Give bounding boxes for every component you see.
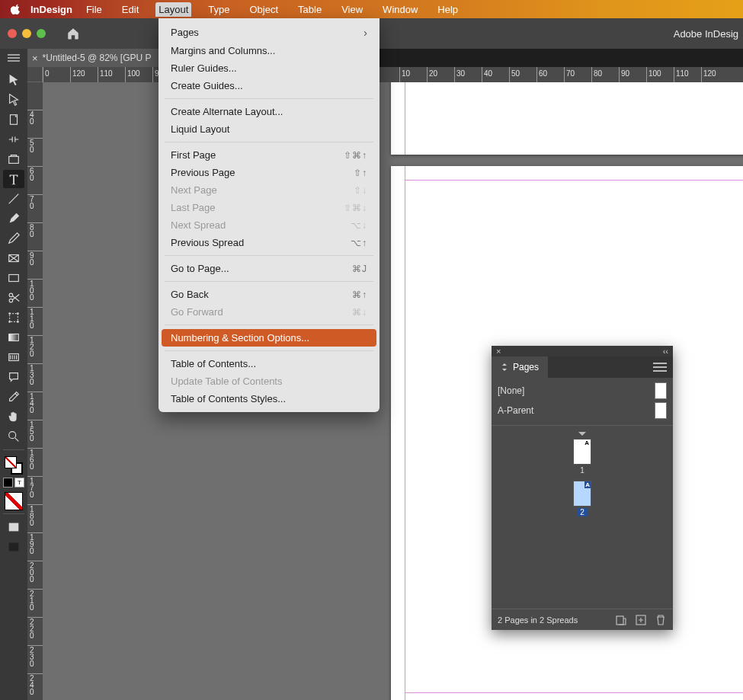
content-collector-tool[interactable] — [3, 150, 24, 168]
view-mode-preview[interactable] — [3, 538, 24, 556]
horizontal-ruler[interactable]: 0120110100900102030405060708090100110120 — [43, 67, 743, 82]
note-tool[interactable] — [3, 368, 24, 386]
gradient-feather-tool[interactable] — [3, 348, 24, 366]
panel-menu-icon[interactable] — [653, 363, 667, 372]
pages-panel-tab[interactable]: Pages — [492, 356, 548, 378]
vertical-ruler[interactable]: 4050607080901001101201301401501601701801… — [27, 82, 43, 700]
menu-item[interactable]: Create Alternate Layout... — [159, 103, 380, 120]
page-thumb-2[interactable]: A — [573, 481, 591, 507]
view-mode-normal[interactable] — [3, 518, 24, 536]
page-thumb-1[interactable]: A — [573, 439, 591, 465]
fill-stroke-swatch[interactable] — [5, 456, 23, 475]
menu-item[interactable]: First Page⇧⌘↑ — [159, 146, 380, 164]
menu-separator — [165, 324, 373, 325]
apply-color-button[interactable] — [3, 478, 13, 487]
menu-item-shortcut: ⇧⌘↓ — [344, 203, 367, 213]
menu-item[interactable]: Liquid Layout — [159, 120, 380, 138]
panel-toggle-button[interactable] — [0, 49, 27, 67]
pages-panel-footer: 2 Pages in 2 Spreads — [492, 609, 673, 630]
gradient-swatch-tool[interactable] — [3, 328, 24, 347]
menu-help[interactable]: Help — [434, 2, 461, 17]
ruler-origin[interactable] — [27, 67, 43, 82]
panel-close-icon[interactable]: × — [496, 347, 501, 356]
document-page[interactable] — [391, 82, 743, 155]
zoom-tool[interactable] — [3, 427, 24, 446]
rectangle-tool[interactable] — [3, 269, 24, 287]
formatting-swatch[interactable] — [5, 492, 23, 510]
window-maximize-button[interactable] — [37, 29, 46, 38]
line-tool[interactable] — [3, 190, 24, 208]
menu-file[interactable]: File — [83, 2, 105, 17]
pages-list[interactable]: A 1 A 2 — [492, 427, 673, 609]
menu-item[interactable]: Go Back⌘↑ — [159, 286, 380, 303]
menu-item-label: Table of Contents... — [171, 358, 256, 369]
menu-edit[interactable]: Edit — [119, 2, 142, 17]
pencil-tool[interactable] — [3, 229, 24, 248]
panel-titlebar[interactable]: × ‹‹ — [492, 346, 673, 356]
selection-tool[interactable] — [3, 71, 24, 89]
master-a-parent[interactable]: A-Parent — [498, 401, 667, 420]
svg-rect-18 — [9, 543, 19, 551]
close-tab-icon[interactable]: × — [32, 53, 38, 64]
menu-item[interactable]: Numbering & Section Options... — [162, 329, 376, 347]
document-tab[interactable]: × *Untitled-5 @ 82% [GPU P — [27, 49, 159, 67]
menu-item-shortcut: ⇧⌘↑ — [344, 150, 367, 161]
rectangle-frame-tool[interactable] — [3, 249, 24, 267]
menu-type[interactable]: Type — [205, 2, 232, 17]
menu-item-shortcut: ⌘↓ — [352, 307, 367, 318]
menu-item-shortcut: ⇧↓ — [354, 185, 367, 196]
type-tool[interactable] — [3, 170, 24, 188]
menu-item[interactable]: Create Guides... — [159, 77, 380, 94]
menu-item[interactable]: Table of Contents... — [159, 355, 380, 372]
window-controls — [8, 29, 46, 38]
delete-page-icon[interactable] — [655, 614, 667, 626]
app-name: InDesign — [30, 4, 72, 15]
page-number-text: 2 — [423, 695, 434, 700]
gap-tool[interactable] — [3, 130, 24, 149]
ruler-tick: 120 — [27, 335, 43, 357]
ruler-tick: 30 — [454, 67, 479, 82]
scissors-tool[interactable] — [3, 289, 24, 307]
window-close-button[interactable] — [8, 29, 17, 38]
menu-item[interactable]: Table of Contents Styles... — [159, 390, 380, 408]
home-icon[interactable] — [66, 27, 81, 40]
ruler-tick: 170 — [27, 476, 43, 498]
new-page-icon[interactable] — [635, 614, 647, 626]
pages-panel[interactable]: × ‹‹ Pages [None] A-Parent A 1 A 2 2 Pag… — [492, 346, 673, 630]
eyedropper-tool[interactable] — [3, 388, 24, 406]
menu-item[interactable]: Margins and Columns... — [159, 42, 380, 59]
window-minimize-button[interactable] — [22, 29, 31, 38]
menu-view[interactable]: View — [338, 2, 366, 17]
hand-tool[interactable] — [3, 408, 24, 426]
page-tool[interactable] — [3, 110, 24, 129]
page-size-icon[interactable] — [615, 614, 627, 626]
menu-table[interactable]: Table — [295, 2, 325, 17]
menu-item[interactable]: Ruler Guides... — [159, 59, 380, 77]
menu-item: Next Spread⌥↓ — [159, 216, 380, 234]
document-tab-label: *Untitled-5 @ 82% [GPU P — [43, 53, 152, 63]
menu-item[interactable]: Go to Page...⌘J — [159, 260, 380, 277]
menu-item[interactable]: Pages — [159, 23, 380, 42]
ruler-tick: 80 — [27, 222, 43, 238]
menu-item-label: First Page — [171, 149, 216, 161]
menu-separator — [165, 350, 373, 351]
master-label: [None] — [498, 385, 524, 396]
menu-item[interactable]: Previous Spread⌥↑ — [159, 234, 380, 251]
free-transform-tool[interactable] — [3, 308, 24, 327]
ruler-tick: 90 — [27, 251, 43, 266]
panel-collapse-icon[interactable]: ‹‹ — [663, 347, 668, 356]
page-number-label: 1 — [492, 466, 673, 475]
apply-text-button[interactable]: T — [14, 478, 24, 487]
menu-window[interactable]: Window — [380, 2, 421, 17]
ruler-tick: 120 — [701, 67, 725, 82]
svg-rect-19 — [616, 616, 623, 625]
ruler-tick: 240 — [27, 673, 43, 695]
menu-item[interactable]: Previous Page⇧↑ — [159, 164, 380, 181]
page-number-label: 2 — [577, 508, 588, 516]
menu-layout[interactable]: Layout — [155, 2, 191, 17]
direct-selection-tool[interactable] — [3, 91, 24, 109]
menu-object[interactable]: Object — [247, 2, 282, 17]
master-none[interactable]: [None] — [498, 381, 667, 401]
menu-item-label: Numbering & Section Options... — [171, 332, 309, 344]
pen-tool[interactable] — [3, 209, 24, 228]
